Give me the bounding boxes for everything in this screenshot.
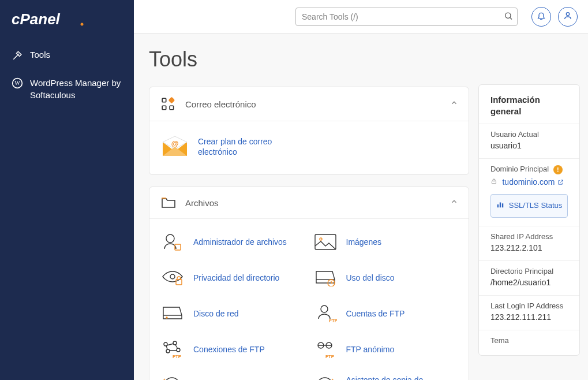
info-title: Información general: [479, 85, 579, 124]
info-label: Directorio Principal: [490, 267, 568, 275]
info-panel: Información general Usuario Actual usuar…: [478, 84, 588, 380]
tool-web-disk[interactable]: Disco de red: [160, 299, 306, 329]
svg-rect-34: [492, 181, 496, 184]
tool-backups[interactable]: Copias de seguridad: [160, 370, 306, 380]
svg-point-18: [170, 274, 175, 279]
tool-file-manager[interactable]: Administrador de archivos: [160, 227, 306, 257]
svg-rect-7: [162, 106, 166, 110]
account-button[interactable]: [558, 7, 578, 27]
info-value: /home2/usuario1: [490, 278, 568, 287]
svg-point-25: [173, 341, 177, 345]
chevron-up-icon: [450, 99, 458, 109]
info-label: Last Login IP Address: [490, 301, 568, 310]
svg-point-27: [166, 349, 170, 353]
tool-directory-privacy[interactable]: Privacidad del directorio: [160, 263, 306, 293]
domain-link: tudominio.com: [502, 177, 555, 187]
svg-rect-16: [315, 234, 336, 249]
ftp-accounts-icon: FTP: [313, 303, 338, 324]
info-shared-ip: Shared IP Address 123.212.2.101: [479, 226, 579, 260]
tool-label: Cuentas de FTP: [346, 308, 405, 319]
svg-point-32: [164, 378, 179, 380]
tool-backup-wizard[interactable]: Asistente de copia de seguridad: [313, 370, 459, 380]
svg-rect-9: [169, 98, 174, 103]
tool-label: Crear plan de correo electrónico: [198, 136, 290, 157]
ssl-button-label: SSL/TLS Status: [509, 201, 563, 211]
warning-icon: !: [553, 165, 563, 174]
svg-text:W: W: [14, 80, 20, 86]
svg-point-26: [177, 348, 180, 352]
svg-point-4: [505, 13, 511, 18]
section-title: Archivos: [185, 198, 450, 208]
search-wrap: [295, 8, 518, 26]
search-button[interactable]: [504, 11, 513, 22]
page-title: Tools: [149, 47, 469, 72]
info-label: Usuario Actual: [490, 130, 568, 139]
anonymous-ftp-icon: FTP: [313, 339, 338, 360]
user-icon: [563, 11, 572, 22]
external-link-icon: [557, 177, 564, 187]
svg-text:FTP: FTP: [329, 318, 337, 323]
section-files-header[interactable]: Archivos: [149, 187, 469, 218]
email-section-icon: [160, 96, 177, 111]
cpanel-logo: cPanel: [0, 10, 134, 42]
svg-point-17: [320, 238, 322, 240]
info-last-login: Last Login IP Address 123.212.111.211: [479, 295, 579, 330]
tool-email-plan[interactable]: @ Crear plan de correo electrónico: [160, 129, 458, 164]
info-label: Tema: [490, 336, 568, 345]
tool-label: FTP anónimo: [346, 344, 395, 355]
sidebar-item-wordpress-manager[interactable]: W WordPress Manager by Softaculous: [0, 69, 134, 109]
svg-point-5: [566, 13, 569, 16]
disk-usage-icon: [313, 267, 338, 288]
section-email-header[interactable]: Correo electrónico: [149, 87, 469, 121]
folder-section-icon: [160, 196, 177, 209]
domain-link-row[interactable]: tudominio.com: [490, 177, 568, 188]
section-files: Archivos: [149, 187, 469, 380]
svg-text:@: @: [171, 139, 179, 148]
svg-text:FTP: FTP: [325, 354, 335, 359]
web-disk-icon: [160, 303, 185, 324]
section-email: Correo electrónico @: [149, 87, 469, 175]
lock-icon: [490, 177, 500, 187]
svg-point-22: [321, 306, 328, 312]
info-value: 123.212.2.101: [490, 243, 568, 252]
topbar: [134, 0, 588, 33]
svg-rect-35: [497, 204, 499, 207]
sidebar-item-tools[interactable]: Tools: [0, 42, 134, 69]
svg-point-33: [317, 378, 332, 380]
tool-label: Disco de red: [193, 308, 239, 319]
sidebar: cPanel Tools W WordPress Manager by Soft…: [0, 0, 134, 380]
svg-point-21: [166, 317, 167, 318]
tool-label: Administrador de archivos: [193, 237, 287, 247]
svg-rect-8: [170, 106, 174, 110]
search-icon: [504, 13, 513, 22]
info-value: 123.212.111.211: [490, 312, 568, 322]
notifications-button[interactable]: [531, 7, 551, 27]
ssl-status-button[interactable]: SSL/TLS Status: [490, 194, 568, 218]
sidebar-item-label: Tools: [30, 50, 50, 59]
tool-images[interactable]: Imágenes: [313, 227, 459, 257]
svg-text:FTP: FTP: [173, 354, 182, 359]
search-input[interactable]: [295, 8, 518, 26]
main-area: Tools Correo electrónico: [134, 0, 588, 380]
backup-wizard-icon: [313, 375, 338, 380]
info-home-dir: Directorio Principal /home2/usuario1: [479, 260, 579, 295]
sidebar-item-label: WordPress Manager by Softaculous: [30, 77, 122, 101]
backup-icon: [160, 375, 185, 380]
svg-rect-37: [502, 204, 503, 208]
bell-icon: [537, 11, 546, 22]
svg-text:cPanel: cPanel: [12, 10, 61, 28]
tool-anonymous-ftp[interactable]: FTP FTP anónimo: [313, 334, 459, 364]
ftp-connections-icon: FTP: [160, 339, 185, 360]
tool-ftp-accounts[interactable]: FTP Cuentas de FTP: [313, 299, 459, 329]
svg-point-14: [166, 234, 174, 243]
file-manager-icon: [160, 232, 185, 252]
tool-label: Privacidad del directorio: [193, 273, 279, 283]
images-icon: [313, 232, 338, 252]
tool-label: Imágenes: [346, 237, 381, 247]
tool-label: Uso del disco: [346, 273, 395, 283]
tools-icon: [12, 50, 23, 61]
wordpress-icon: W: [12, 77, 23, 89]
info-label: Shared IP Address: [490, 232, 568, 241]
tool-disk-usage[interactable]: Uso del disco: [313, 263, 459, 293]
tool-ftp-connections[interactable]: FTP Conexiones de FTP: [160, 334, 306, 364]
